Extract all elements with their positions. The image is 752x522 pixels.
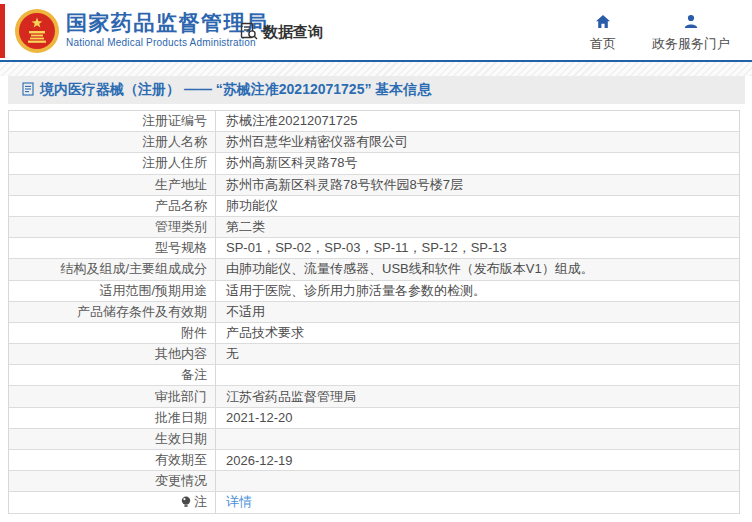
row-label: 其他内容 <box>9 344 216 364</box>
national-emblem-icon <box>14 8 60 54</box>
row-label: 批准日期 <box>9 408 216 428</box>
document-search-icon <box>240 22 258 43</box>
table-row: 其他内容无 <box>9 344 739 365</box>
row-value <box>216 429 739 449</box>
row-label: 结构及组成/主要组成成分 <box>9 259 216 279</box>
site-title-block: 国家药品监督管理局 National Medical Products Admi… <box>66 11 269 48</box>
table-row: 有效期至2026-12-19 <box>9 450 739 471</box>
user-icon <box>683 14 699 32</box>
row-value: 不适用 <box>216 302 739 322</box>
table-row: 审批部门江苏省药品监督管理局 <box>9 386 739 407</box>
row-label: 适用范围/预期用途 <box>9 281 216 301</box>
detail-link[interactable]: 详情 <box>226 493 252 511</box>
row-value: 由肺功能仪、流量传感器、USB线和软件（发布版本V1）组成。 <box>216 259 739 279</box>
table-row: 注册人住所苏州高新区科灵路78号 <box>9 153 739 174</box>
table-row: 型号规格SP-01，SP-02，SP-03，SP-11，SP-12，SP-13 <box>9 238 739 259</box>
row-value <box>216 471 739 491</box>
home-icon <box>595 14 611 32</box>
org-name-cn: 国家药品监督管理局 <box>66 11 269 35</box>
table-row: 产品储存条件及有效期不适用 <box>9 302 739 323</box>
row-label: 变更情况 <box>9 471 216 491</box>
row-value: 产品技术要求 <box>216 323 739 343</box>
nav-item-label: 政务服务门户 <box>652 35 730 53</box>
row-label: 注册证编号 <box>9 111 216 131</box>
nav-item-label: 首页 <box>590 35 616 53</box>
table-row: 注册证编号苏械注准20212071725 <box>9 111 739 132</box>
row-value: 2026-12-19 <box>216 450 739 470</box>
org-name-en: National Medical Products Administration <box>66 37 269 48</box>
row-value: 第二类 <box>216 217 739 237</box>
row-value: 苏州百慧华业精密仪器有限公司 <box>216 132 739 152</box>
row-label: 审批部门 <box>9 386 216 406</box>
info-table: 注册证编号苏械注准20212071725注册人名称苏州百慧华业精密仪器有限公司注… <box>8 110 740 514</box>
row-label: 生效日期 <box>9 429 216 449</box>
left-red-strip <box>0 4 5 58</box>
row-label: 生产地址 <box>9 175 216 195</box>
row-label: 产品名称 <box>9 196 216 216</box>
row-value <box>216 365 739 385</box>
table-row: 附件产品技术要求 <box>9 323 739 344</box>
row-label: 注册人名称 <box>9 132 216 152</box>
row-value: 无 <box>216 344 739 364</box>
document-icon <box>22 82 34 99</box>
data-query-section[interactable]: 数据查询 <box>240 22 323 43</box>
row-value: 2021-12-20 <box>216 408 739 428</box>
nav-item-portal[interactable]: 政务服务门户 <box>652 14 730 53</box>
hatched-divider <box>0 62 752 76</box>
row-label: 管理类别 <box>9 217 216 237</box>
table-row: 生效日期 <box>9 429 739 450</box>
data-query-label: 数据查询 <box>263 23 323 42</box>
table-row: 生产地址苏州市高新区科灵路78号软件园8号楼7层 <box>9 175 739 196</box>
row-value: 苏械注准20212071725 <box>216 111 739 131</box>
row-label: 备注 <box>9 365 216 385</box>
row-label: 注册人住所 <box>9 153 216 173</box>
row-label: 型号规格 <box>9 238 216 258</box>
table-row: 备注 <box>9 365 739 386</box>
row-value: 苏州高新区科灵路78号 <box>216 153 739 173</box>
site-header: 国家药品监督管理局 National Medical Products Admi… <box>0 0 752 62</box>
nav-item-home[interactable]: 首页 <box>590 14 616 53</box>
table-row: 变更情况 <box>9 471 739 492</box>
table-row: 产品名称肺功能仪 <box>9 196 739 217</box>
row-label: 注 <box>9 492 216 512</box>
breadcrumb-text: 境内医疗器械（注册） —— “苏械注准20212071725” 基本信息 <box>40 81 431 99</box>
table-row: 适用范围/预期用途适用于医院、诊所用力肺活量各参数的检测。 <box>9 281 739 302</box>
table-row: 结构及组成/主要组成成分由肺功能仪、流量传感器、USB线和软件（发布版本V1）组… <box>9 259 739 280</box>
breadcrumb: 境内医疗器械（注册） —— “苏械注准20212071725” 基本信息 <box>8 76 745 104</box>
table-row: 注册人名称苏州百慧华业精密仪器有限公司 <box>9 132 739 153</box>
row-value: SP-01，SP-02，SP-03，SP-11，SP-12，SP-13 <box>216 238 739 258</box>
table-row: 注详情 <box>9 492 739 513</box>
header-nav: 首页 政务服务门户 <box>590 14 730 53</box>
row-value: 苏州市高新区科灵路78号软件园8号楼7层 <box>216 175 739 195</box>
row-label: 有效期至 <box>9 450 216 470</box>
row-value: 江苏省药品监督管理局 <box>216 386 739 406</box>
table-row: 批准日期2021-12-20 <box>9 408 739 429</box>
row-label: 产品储存条件及有效期 <box>9 302 216 322</box>
row-value: 适用于医院、诊所用力肺活量各参数的检测。 <box>216 281 739 301</box>
note-bulb-icon <box>181 496 191 508</box>
table-row: 管理类别第二类 <box>9 217 739 238</box>
row-label: 附件 <box>9 323 216 343</box>
row-value: 肺功能仪 <box>216 196 739 216</box>
row-value: 详情 <box>216 492 739 512</box>
